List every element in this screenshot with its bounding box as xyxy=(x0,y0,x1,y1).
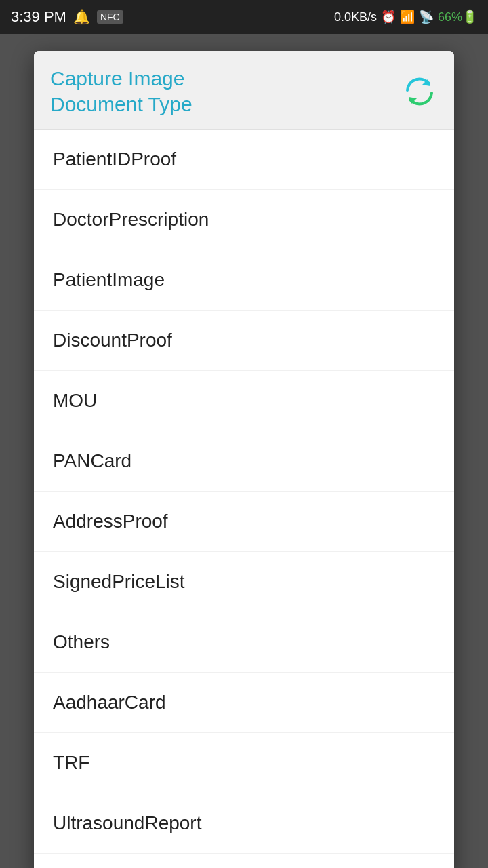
list-item-ultrasound-report[interactable]: UltrasoundReport xyxy=(34,793,454,854)
list-item-patient-id-proof[interactable]: PatientIDProof xyxy=(34,130,454,190)
list-item-cancel-cheque[interactable]: CancelCheque xyxy=(34,854,454,868)
network-speed: 0.0KB/s xyxy=(334,10,377,24)
wifi-icon: 📡 xyxy=(419,9,434,24)
list-item-address-proof[interactable]: AddressProof xyxy=(34,492,454,552)
document-type-dialog: Capture Image Document Type PatientIDPro… xyxy=(34,51,454,868)
refresh-button[interactable] xyxy=(401,73,438,110)
list-item-others[interactable]: Others xyxy=(34,612,454,673)
status-bar: 3:39 PM 🔔 NFC 0.0KB/s ⏰ 📶 📡 66% 🔋 xyxy=(0,0,488,34)
list-item-doctor-prescription[interactable]: DoctorPrescription xyxy=(34,190,454,250)
list-item-aadhaar-card[interactable]: AadhaarCard xyxy=(34,673,454,733)
list-item-trf[interactable]: TRF xyxy=(34,733,454,793)
document-type-list: PatientIDProofDoctorPrescriptionPatientI… xyxy=(34,130,454,868)
signal-icon: 📶 xyxy=(400,9,415,24)
list-item-discount-proof[interactable]: DiscountProof xyxy=(34,311,454,371)
list-item-signed-price-list[interactable]: SignedPriceList xyxy=(34,552,454,612)
list-item-mou[interactable]: MOU xyxy=(34,371,454,431)
battery-display: 66% 🔋 xyxy=(438,9,477,24)
time-display: 3:39 PM xyxy=(11,8,66,26)
dialog-title: Capture Image Document Type xyxy=(50,66,192,117)
nfc-icon: NFC xyxy=(97,10,123,24)
alarm-icon: ⏰ xyxy=(381,9,396,24)
list-item-pan-card[interactable]: PANCard xyxy=(34,431,454,492)
list-item-patient-image[interactable]: PatientImage xyxy=(34,250,454,311)
notification-icon: 🔔 xyxy=(73,9,90,25)
dialog-header: Capture Image Document Type xyxy=(34,51,454,130)
